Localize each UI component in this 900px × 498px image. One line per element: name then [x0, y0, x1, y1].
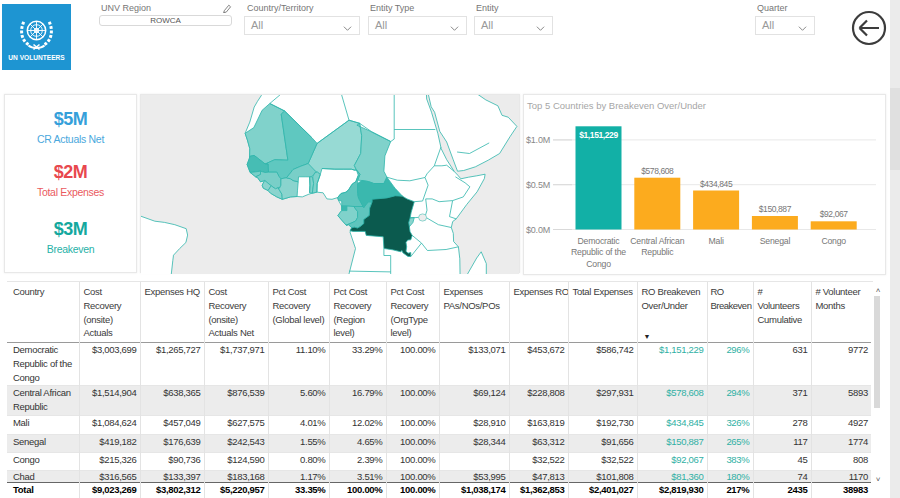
- svg-text:$92,067: $92,067: [820, 209, 849, 219]
- svg-text:Republic of the: Republic of the: [571, 247, 626, 257]
- svg-text:$1,151,229: $1,151,229: [579, 130, 618, 140]
- svg-text:UN VOLUNTEERS: UN VOLUNTEERS: [8, 54, 65, 61]
- svg-text:$150,887: $150,887: [759, 204, 792, 214]
- svg-text:Mali: Mali: [709, 236, 724, 246]
- svg-text:$0.5M: $0.5M: [526, 180, 550, 190]
- svg-text:$0.0M: $0.0M: [526, 225, 550, 235]
- svg-text:$578,608: $578,608: [641, 166, 674, 176]
- svg-text:Senegal: Senegal: [760, 236, 791, 246]
- svg-text:$434,845: $434,845: [700, 179, 733, 189]
- svg-text:$1.0M: $1.0M: [526, 135, 550, 145]
- svg-text:Congo: Congo: [586, 259, 611, 269]
- svg-text:Top 5 Countries by Breakeven O: Top 5 Countries by Breakeven Over/Under: [527, 100, 706, 111]
- svg-text:Democratic: Democratic: [578, 236, 621, 246]
- svg-text:Congo: Congo: [821, 236, 846, 246]
- svg-text:Central African: Central African: [630, 236, 684, 246]
- svg-text:Republic: Republic: [641, 247, 674, 257]
